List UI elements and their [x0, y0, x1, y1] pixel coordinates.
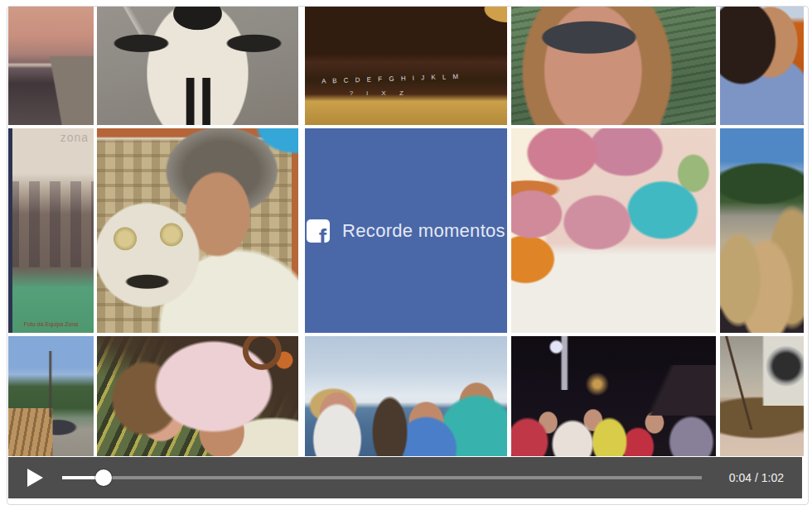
photo-park-trees: [8, 336, 94, 456]
photo-team-zona: zona Foto da Equipa Zona: [8, 128, 94, 333]
video-surface[interactable]: A B C D E F G H I J K L M ? i X Z zona F…: [8, 7, 804, 498]
photo-street-kids: [720, 128, 804, 333]
photo-boat-family: [305, 336, 507, 456]
photo-beach-sunset: [8, 7, 94, 125]
cake-keyboard-letters-2: ? i X Z: [350, 89, 409, 97]
photo-woman-sunglasses: [511, 7, 716, 125]
play-icon[interactable]: [27, 469, 43, 487]
progress-slider-track[interactable]: [62, 476, 702, 479]
video-control-bar: 0:04 / 1:02: [8, 457, 802, 498]
photo-man-cd-robot: [97, 128, 298, 333]
zona-caption-text: Foto da Equipa Zona: [24, 321, 78, 327]
photo-night-group: [511, 336, 716, 456]
photo-wig-family: [511, 128, 716, 333]
photo-hammock-nap: [97, 336, 298, 456]
photo-washing-machine: [720, 336, 804, 456]
progress-slider-handle[interactable]: [95, 469, 112, 486]
photo-boy-orange: [720, 7, 804, 125]
photo-keyboard-cake: A B C D E F G H I J K L M ? i X Z: [305, 7, 507, 125]
zona-sign-text: zona: [60, 131, 89, 144]
photo-panda-costume: [97, 7, 298, 125]
cake-keyboard-letters: A B C D E F G H I J K L M: [321, 71, 499, 84]
facebook-f-letter: f: [319, 226, 326, 243]
facebook-title-tile: f Recorde momentos: [305, 128, 507, 333]
time-display: 0:04 / 1:02: [729, 471, 784, 484]
facebook-logo-icon: f: [307, 219, 330, 243]
video-title: Recorde momentos: [342, 220, 505, 242]
